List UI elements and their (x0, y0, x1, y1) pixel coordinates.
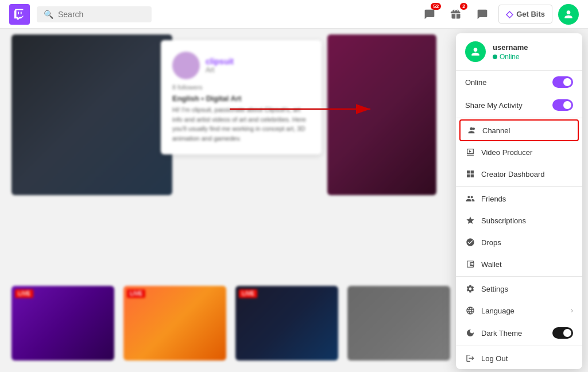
popup-role: Art (206, 66, 234, 74)
subscriptions-menu-item[interactable]: Subscriptions (456, 210, 582, 231)
get-bits-label: Get Bits (516, 10, 545, 18)
arrow-indicator (224, 95, 385, 126)
video-producer-menu-item[interactable]: Video Producer (456, 141, 582, 163)
status-text: Online (500, 53, 520, 61)
main-content: clipsuit Art 8 followers English • Digit… (0, 29, 588, 372)
search-input[interactable] (58, 10, 145, 19)
divider-1 (456, 118, 582, 118)
logout-label: Log Out (481, 354, 573, 363)
divider-2 (456, 186, 582, 187)
svg-rect-5 (467, 175, 470, 177)
drops-label: Drops (481, 238, 573, 247)
user-dropdown-menu: username Online Online Share My Activity… (456, 33, 582, 369)
channel-menu-item[interactable]: Channel (459, 119, 579, 141)
dropdown-user-info: username Online (493, 43, 528, 61)
logout-icon (465, 353, 475, 363)
wallet-menu-item[interactable]: Wallet (456, 253, 582, 275)
video-producer-icon (465, 147, 475, 157)
popup-user-avatar (172, 52, 200, 79)
dark-theme-icon (465, 328, 475, 338)
settings-menu-item[interactable]: Settings (456, 278, 582, 300)
subscriptions-icon (465, 215, 475, 226)
gift-count: 2 (460, 3, 467, 10)
divider-4 (456, 346, 582, 346)
language-arrow: › (571, 307, 573, 315)
bottom-streams-row: LIVE LIVE LIVE (0, 286, 462, 361)
dropdown-user-header: username Online (456, 33, 582, 71)
svg-point-7 (471, 264, 473, 265)
wallet-label: Wallet (481, 260, 573, 269)
status-dot (493, 55, 497, 59)
chat-button[interactable] (472, 4, 493, 25)
online-toggle[interactable] (552, 76, 573, 88)
top-navigation: 🔍 52 2 ◇ Get Bits (0, 0, 588, 29)
stream-thumb-4[interactable] (347, 286, 450, 361)
wallet-icon (465, 259, 475, 269)
svg-rect-6 (471, 175, 474, 177)
language-icon (465, 305, 475, 316)
stream-thumb-3[interactable]: LIVE (235, 286, 338, 361)
dropdown-status: Online (493, 53, 528, 61)
nav-right-actions: 52 2 ◇ Get Bits (419, 4, 579, 25)
gifts-button[interactable]: 2 (446, 4, 466, 25)
bits-icon: ◇ (506, 9, 513, 20)
search-bar[interactable]: 🔍 (37, 6, 152, 22)
live-badge-1: LIVE (15, 289, 33, 298)
divider-3 (456, 276, 582, 277)
search-icon: 🔍 (44, 10, 53, 19)
logout-menu-item[interactable]: Log Out (456, 347, 582, 369)
friends-label: Friends (481, 195, 573, 203)
drops-menu-item[interactable]: Drops (456, 231, 582, 253)
live-badge-2: LIVE (127, 289, 145, 298)
site-logo[interactable] (9, 4, 30, 25)
notifications-button[interactable]: 52 (419, 4, 440, 25)
channel-label: Channel (482, 126, 572, 135)
share-activity-toggle-row[interactable]: Share My Activity (456, 94, 582, 117)
svg-rect-4 (471, 170, 474, 173)
svg-point-2 (473, 127, 475, 130)
user-avatar-button[interactable] (558, 4, 579, 25)
dark-theme-toggle-row[interactable]: Dark Theme (456, 321, 582, 344)
popup-followers: 8 followers (172, 84, 310, 91)
svg-rect-3 (467, 170, 470, 173)
popup-header: clipsuit Art (172, 52, 310, 79)
language-label: Language (481, 307, 565, 315)
share-activity-label: Share My Activity (465, 101, 523, 110)
online-toggle-row[interactable]: Online (456, 71, 582, 94)
dropdown-user-avatar (465, 41, 486, 62)
online-label: Online (465, 78, 487, 87)
popup-username: clipsuit (206, 57, 234, 66)
friends-menu-item[interactable]: Friends (456, 188, 582, 210)
dropdown-username: username (493, 43, 528, 52)
drops-icon (465, 237, 475, 247)
get-bits-button[interactable]: ◇ Get Bits (498, 5, 552, 24)
channel-icon (466, 125, 477, 135)
stream-thumb-1[interactable]: LIVE (11, 286, 114, 361)
notification-count: 52 (431, 3, 441, 10)
creator-dashboard-menu-item[interactable]: Creator Dashboard (456, 163, 582, 185)
settings-label: Settings (481, 285, 573, 293)
creator-dashboard-icon (465, 169, 475, 179)
video-producer-label: Video Producer (481, 148, 573, 157)
stream-thumb-2[interactable]: LIVE (123, 286, 226, 361)
dark-theme-label: Dark Theme (481, 329, 522, 338)
language-menu-item[interactable]: Language › (456, 300, 582, 321)
dark-theme-toggle[interactable] (552, 327, 573, 339)
creator-dashboard-label: Creator Dashboard (481, 170, 573, 179)
live-badge-3: LIVE (239, 289, 257, 298)
friends-icon (465, 193, 475, 204)
share-activity-toggle[interactable] (552, 99, 573, 111)
subscriptions-label: Subscriptions (481, 216, 573, 225)
settings-icon (465, 284, 475, 294)
